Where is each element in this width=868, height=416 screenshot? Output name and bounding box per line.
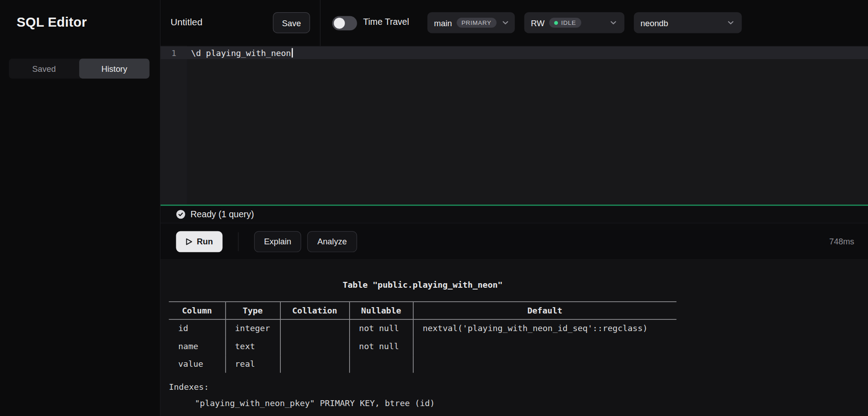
status-message: Ready (1 query) [190,209,254,219]
compute-selector[interactable]: RW IDLE [524,12,625,33]
branch-name: main [434,18,452,28]
table-cell [280,337,349,355]
table-cell [413,337,676,355]
column-header: Type [225,302,280,319]
page-title: SQL Editor [17,14,87,30]
column-header: Default [413,302,676,319]
table-cell: name [169,337,225,355]
indexes-section: Indexes: "playing_with_neon_pkey" PRIMAR… [169,379,868,411]
active-code-line: 1 \d playing_with_neon [160,47,868,59]
check-circle-icon [176,210,185,219]
time-travel-label: Time Travel [363,17,409,27]
psql-result-table: Column Type Collation Nullable Default i… [169,301,676,372]
database-name: neondb [641,18,668,28]
table-row: name text not null [169,337,676,355]
table-cell [413,355,676,373]
play-icon [186,238,193,245]
column-header: Nullable [349,302,413,319]
analyze-button[interactable]: Analyze [307,231,357,252]
table-cell [349,355,413,373]
query-results-panel: Table "public.playing_with_neon" Column … [160,260,868,416]
branch-selector[interactable]: main PRIMARY [427,12,514,33]
sidebar: SQL Editor Saved History [0,0,160,416]
table-cell: not null [349,319,413,337]
table-cell [280,355,349,373]
query-duration: 748ms [829,237,854,246]
chevron-down-icon [501,18,510,27]
table-cell: real [225,355,280,373]
text-cursor [292,48,292,58]
table-cell: value [169,355,225,373]
status-bar: Ready (1 query) [160,205,868,224]
table-row: id integer not null nextval('playing_wit… [169,319,676,337]
compute-name: RW [531,18,544,28]
query-name-field[interactable]: Untitled [170,17,203,28]
topbar: Untitled Save Time Travel main PRIMARY R… [160,0,868,46]
idle-status-badge: IDLE [549,18,581,28]
database-selector[interactable]: neondb [634,12,742,33]
table-cell: integer [225,319,280,337]
run-button-label: Run [197,237,213,246]
line-number-gutter [160,46,187,205]
index-entry: "playing_with_neon_pkey" PRIMARY KEY, bt… [169,395,868,411]
tab-history[interactable]: History [79,59,150,79]
primary-badge: PRIMARY [457,18,496,28]
sql-editor-app: SQL Editor Saved History Untitled Save T… [0,0,868,416]
topbar-divider [320,0,321,46]
table-cell: text [225,337,280,355]
chevron-down-icon [726,18,736,27]
table-cell: not null [349,337,413,355]
save-button[interactable]: Save [273,12,310,33]
column-header: Collation [280,302,349,319]
column-header: Column [169,302,225,319]
explain-button[interactable]: Explain [254,231,301,252]
table-header-row: Column Type Collation Nullable Default [169,302,676,319]
table-cell: id [169,319,225,337]
sql-code-editor[interactable]: 1 \d playing_with_neon [160,46,868,205]
table-cell [280,319,349,337]
indexes-label: Indexes: [169,379,868,395]
table-cell: nextval('playing_with_neon_id_seq'::regc… [413,319,676,337]
idle-status-dot [554,21,558,25]
chevron-down-icon [609,18,618,27]
toggle-knob [334,18,344,28]
line-number: 1 [160,48,187,58]
result-table-title: Table "public.playing_with_neon" [169,280,676,290]
table-row: value real [169,355,676,373]
query-toolbar: Run Explain Analyze 748ms [160,224,868,260]
toolbar-divider [238,232,239,251]
saved-history-tabs: Saved History [9,59,150,79]
idle-status-label: IDLE [561,19,576,26]
tab-saved[interactable]: Saved [9,59,80,79]
run-button[interactable]: Run [176,231,222,252]
time-travel-toggle[interactable] [332,16,357,31]
code-text: \d playing_with_neon [191,48,291,58]
